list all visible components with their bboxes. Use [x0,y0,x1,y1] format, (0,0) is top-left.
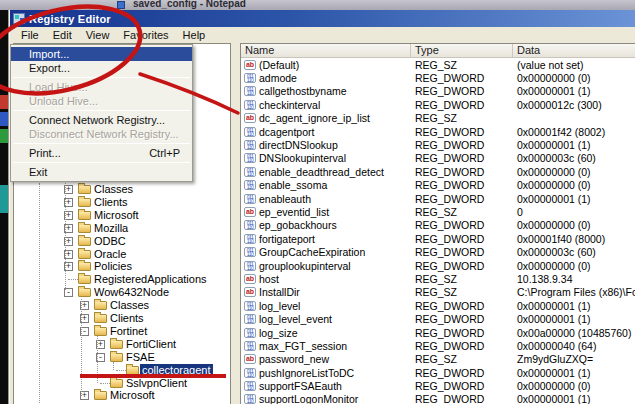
value-row-dcagentport[interactable]: 011110dcagentportREG_DWORD0x00001f42 (80… [241,125,635,138]
value-row-fortigateport[interactable]: 011110fortigateportREG_DWORD0x00001f40 (… [241,232,635,245]
tree-connector-stub [100,383,110,384]
value-row-callgethostbyname[interactable]: 011110callgethostbynameREG_DWORD0x000000… [241,85,635,98]
value-name: enable_ssoma [259,179,411,191]
value-row-enableauth[interactable]: 011110enableauthREG_DWORD0x00000001 (1) [241,192,635,205]
reg-dword-icon: 011110 [244,180,256,190]
tree-item-forticlient[interactable]: +FortiClient [18,338,232,351]
tree-item-sslvpnclient[interactable]: SslvpnClient [18,377,232,390]
value-type: REG_DWORD [411,300,513,312]
menu-item-unload-hive[interactable]: Unload Hive... [11,94,192,108]
menu-item-disconnect-network-registry[interactable]: Disconnect Network Registry... [11,127,192,141]
tree-item-label: Clients [108,312,146,325]
list-header: Name Type Data [241,44,635,58]
tree-item-label: Oracle [92,248,128,261]
value-row-enable-deadthread-detect[interactable]: 011110enable_deadthread_detectREG_DWORD0… [241,165,635,178]
tree-item-label: RegisteredApplications [92,273,209,286]
background-notepad-titlebar[interactable]: saved_config - Notepad [0,0,635,10]
value-row-password-new[interactable]: abpassword_newREG_SZZm9ydGluZXQ= [241,353,635,366]
value-type: REG_DWORD [411,380,513,392]
window-titlebar[interactable]: Registry Editor [10,10,635,27]
menubar-item-view[interactable]: View [79,28,117,42]
value-data: 0x00000001 (1) [513,313,635,325]
value-type: REG_DWORD [411,152,513,164]
value-row-installdir[interactable]: abInstallDirREG_SZC:\Program Files (x86)… [241,286,635,299]
tree-item-odbc[interactable]: +ODBC [18,235,232,248]
tree-item-label: SslvpnClient [124,377,189,390]
reg-sz-icon: ab [244,207,256,217]
value-row--default-[interactable]: ab(Default)REG_SZ(value not set) [241,58,635,71]
value-type: REG_SZ [411,59,513,71]
value-type: REG_DWORD [411,260,513,272]
menu-item-load-hive[interactable]: Load Hive... [11,80,192,94]
folder-icon [94,301,107,310]
column-header-name[interactable]: Name [241,44,411,57]
value-row-groupcacheexpiration[interactable]: 011110GroupCacheExpirationREG_DWORD0x000… [241,245,635,258]
tree-item-microsoft[interactable]: +Microsoft [18,389,232,402]
annotation-underline [80,374,226,378]
value-row-log-size[interactable]: 011110log_sizeREG_DWORD0x00a00000 (10485… [241,326,635,339]
value-name: max_FGT_session [259,340,411,352]
value-row-enable-ssoma[interactable]: 011110enable_ssomaREG_DWORD0x00000000 (0… [241,179,635,192]
menu-item-connect-network-registry[interactable]: Connect Network Registry... [11,113,192,127]
value-row-directdnslookup[interactable]: 011110directDNSlookupREG_DWORD0x00000001… [241,138,635,151]
value-row-dc-agent-ignore-ip-list[interactable]: abdc_agent_ignore_ip_listREG_SZ [241,112,635,125]
tree-connector-line [113,362,114,370]
value-row-grouplookupinterval[interactable]: 011110grouplookupintervalREG_DWORD0x0000… [241,259,635,272]
value-name: dcagentport [259,126,411,138]
menubar-item-file[interactable]: File [14,28,46,42]
tree-item-fsae[interactable]: -FSAE [18,351,232,364]
menu-item-label: Import... [29,47,180,61]
value-type: REG_DWORD [411,99,513,111]
menu-item-exit[interactable]: Exit [11,165,192,179]
menu-item-import[interactable]: Import... [11,47,192,61]
value-row-ep-eventid-list[interactable]: abep_eventid_listREG_SZ0 [241,205,635,218]
value-row-checkinterval[interactable]: 011110checkintervalREG_DWORD0x0000012c (… [241,98,635,111]
tree-rows: +Classes+Clients+Microsoft+Mozilla+ODBC+… [18,183,232,404]
value-row-max-fgt-session[interactable]: 011110max_FGT_sessionREG_DWORD0x00000040… [241,339,635,352]
folder-icon [78,275,91,284]
tree-item-policies[interactable]: +Policies [18,260,232,273]
value-name: host [259,273,411,285]
menubar-item-favorites[interactable]: Favorites [116,28,175,42]
column-header-type[interactable]: Type [411,44,513,57]
tree-item-clients[interactable]: +Clients [18,312,232,325]
menu-item-print[interactable]: Print...Ctrl+P [11,146,192,160]
menubar-item-edit[interactable]: Edit [46,28,79,42]
tree-item-wow6432node[interactable]: -Wow6432Node [18,286,232,299]
registry-values-pane: Name Type Data ab(Default)REG_SZ(value n… [240,43,635,404]
tree-item-label: FortiClient [124,338,178,351]
reg-dword-icon: 011110 [244,328,256,338]
reg-dword-icon: 011110 [244,341,256,351]
value-data: 0x00000000 (0) [513,72,635,84]
tree-item-oracle[interactable]: +Oracle [18,248,232,261]
registry-editor-icon [13,13,25,24]
column-header-data[interactable]: Data [513,44,635,57]
menu-item-export[interactable]: Export... [11,61,192,75]
value-row-admode[interactable]: 011110admodeREG_DWORD0x00000000 (0) [241,71,635,84]
value-data: 0x00000000 (0) [513,219,635,231]
value-type: REG_DWORD [411,340,513,352]
tree-item-microsoft[interactable]: +Microsoft [18,209,232,222]
tree-item-registeredapplications[interactable]: RegisteredApplications [18,273,232,286]
value-type: REG_SZ [411,206,513,218]
tree-item-mozilla[interactable]: +Mozilla [18,222,232,235]
value-type: REG_DWORD [411,327,513,339]
tree-item-label: Mozilla [92,222,130,235]
folder-icon [110,379,123,388]
value-row-ep-gobackhours[interactable]: 011110ep_gobackhoursREG_DWORD0x00000000 … [241,219,635,232]
value-data: 0x00001f42 (8002) [513,126,635,138]
value-row-supportfsaeauth[interactable]: 011110supportFSAEauthREG_DWORD0x00000000… [241,379,635,392]
pane-splitter[interactable] [231,43,240,404]
tree-item-clients[interactable]: +Clients [18,196,232,209]
menu-item-label: Load Hive... [29,80,180,94]
value-row-log-level[interactable]: 011110log_levelREG_DWORD0x00000001 (1) [241,299,635,312]
tree-item-classes[interactable]: +Classes [18,299,232,312]
tree-item-fortinet[interactable]: -Fortinet [18,325,232,338]
value-row-log-level-event[interactable]: 011110log_level_eventREG_DWORD0x00000001… [241,312,635,325]
menubar-item-help[interactable]: Help [176,28,213,42]
value-row-pushignorelisttodc[interactable]: 011110pushIgnoreListToDCREG_DWORD0x00000… [241,366,635,379]
value-row-supportlogonmonitor[interactable]: 011110supportLogonMonitorREG_DWORD0x0000… [241,393,635,404]
value-row-host[interactable]: abhostREG_SZ10.138.9.34 [241,272,635,285]
value-row-dnslookupinterval[interactable]: 011110DNSlookupintervalREG_DWORD0x000000… [241,152,635,165]
tree-item-classes[interactable]: +Classes [18,183,232,196]
